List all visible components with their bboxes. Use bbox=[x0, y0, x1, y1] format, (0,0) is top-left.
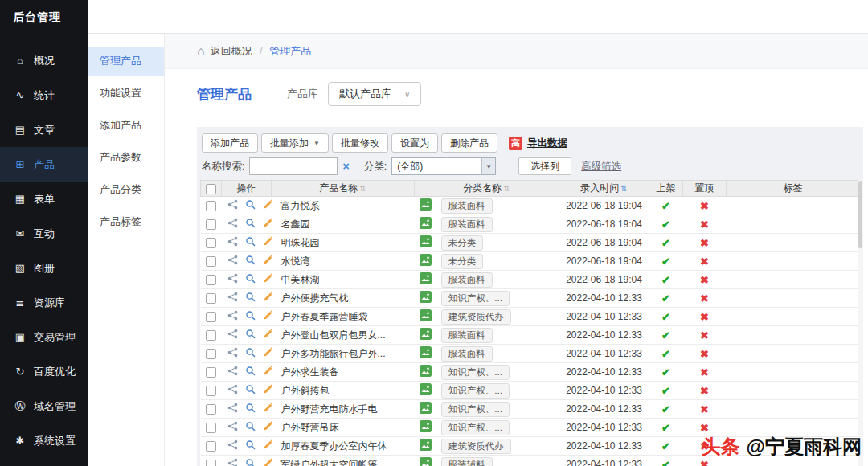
preview-icon[interactable] bbox=[245, 347, 256, 360]
edit-icon[interactable] bbox=[263, 273, 271, 286]
set-as-button[interactable]: 设置为 bbox=[391, 133, 438, 153]
header-category-name[interactable]: 分类名称⇅ bbox=[415, 181, 559, 197]
product-name[interactable]: 名鑫园 bbox=[281, 219, 310, 230]
product-name[interactable]: 户外便携充气枕 bbox=[281, 292, 349, 304]
top-status-icon[interactable]: ✖ bbox=[700, 385, 709, 397]
top-status-icon[interactable]: ✖ bbox=[700, 219, 709, 231]
edit-icon[interactable] bbox=[263, 421, 271, 434]
preview-icon[interactable] bbox=[245, 199, 256, 212]
edit-icon[interactable] bbox=[263, 439, 271, 452]
top-status-icon[interactable]: ✖ bbox=[700, 403, 709, 415]
image-icon[interactable] bbox=[420, 457, 432, 466]
edit-icon[interactable] bbox=[263, 329, 271, 341]
header-product-name[interactable]: 产品名称⇅ bbox=[272, 181, 415, 197]
select-all-checkbox[interactable] bbox=[206, 184, 216, 194]
top-status-icon[interactable]: ✖ bbox=[700, 366, 709, 378]
preview-icon[interactable] bbox=[245, 439, 256, 452]
row-checkbox[interactable] bbox=[206, 386, 216, 396]
row-checkbox[interactable] bbox=[206, 312, 216, 322]
edit-icon[interactable] bbox=[263, 384, 271, 397]
share-icon[interactable] bbox=[227, 458, 238, 466]
preview-icon[interactable] bbox=[245, 329, 256, 341]
row-checkbox[interactable] bbox=[206, 219, 216, 230]
add-product-button[interactable]: 添加产品 bbox=[202, 133, 258, 153]
top-status-icon[interactable]: ✖ bbox=[700, 255, 709, 268]
category-select[interactable]: (全部) ▼ bbox=[391, 157, 496, 175]
submenu-item-product-categories[interactable]: 产品分类 bbox=[88, 175, 164, 204]
share-icon[interactable] bbox=[227, 218, 238, 231]
row-checkbox[interactable] bbox=[206, 330, 216, 341]
preview-icon[interactable] bbox=[245, 421, 256, 434]
image-icon[interactable] bbox=[420, 235, 432, 250]
product-name[interactable]: 军绿户外超大空间帐篷 bbox=[281, 459, 378, 466]
share-icon[interactable] bbox=[227, 329, 238, 341]
search-input[interactable] bbox=[249, 157, 338, 175]
share-icon[interactable] bbox=[227, 347, 238, 360]
row-checkbox[interactable] bbox=[206, 441, 216, 452]
share-icon[interactable] bbox=[227, 366, 238, 378]
share-icon[interactable] bbox=[227, 255, 238, 268]
preview-icon[interactable] bbox=[245, 255, 256, 268]
header-entry-date[interactable]: 录入时间⇅ bbox=[559, 181, 649, 197]
sidebar-item-resources[interactable]: ≣ 资源库 bbox=[0, 285, 88, 320]
preview-icon[interactable] bbox=[245, 403, 256, 415]
breadcrumb-back-link[interactable]: 返回概况 bbox=[211, 44, 252, 59]
share-icon[interactable] bbox=[227, 236, 238, 249]
preview-icon[interactable] bbox=[245, 218, 256, 231]
image-icon[interactable] bbox=[420, 402, 432, 416]
listed-status-icon[interactable]: ✔ bbox=[661, 459, 670, 466]
top-status-icon[interactable]: ✖ bbox=[700, 422, 709, 434]
image-icon[interactable] bbox=[420, 439, 432, 453]
listed-status-icon[interactable]: ✔ bbox=[661, 255, 670, 268]
edit-icon[interactable] bbox=[263, 310, 271, 323]
product-name[interactable]: 中美林湖 bbox=[281, 274, 320, 285]
delete-product-button[interactable]: 删除产品 bbox=[441, 133, 497, 153]
submenu-item-product-tags[interactable]: 产品标签 bbox=[88, 207, 164, 236]
scrollbar[interactable] bbox=[858, 180, 863, 466]
top-status-icon[interactable]: ✖ bbox=[700, 311, 709, 323]
image-icon[interactable] bbox=[420, 254, 432, 268]
advanced-filter-link[interactable]: 高级筛选 bbox=[581, 160, 621, 174]
submenu-item-manage-products[interactable]: 管理产品 bbox=[88, 47, 164, 76]
image-icon[interactable] bbox=[420, 272, 432, 287]
share-icon[interactable] bbox=[227, 310, 238, 323]
row-checkbox[interactable] bbox=[206, 256, 216, 267]
row-checkbox[interactable] bbox=[206, 293, 216, 304]
listed-status-icon[interactable]: ✔ bbox=[661, 274, 670, 286]
product-name[interactable]: 水悦湾 bbox=[281, 255, 310, 267]
product-name[interactable]: 户外野营吊床 bbox=[281, 422, 339, 433]
listed-status-icon[interactable]: ✔ bbox=[661, 385, 670, 397]
row-checkbox[interactable] bbox=[206, 460, 216, 466]
edit-icon[interactable] bbox=[263, 255, 271, 268]
preview-icon[interactable] bbox=[245, 310, 256, 323]
product-name[interactable]: 户外多功能旅行包户外... bbox=[281, 348, 386, 359]
share-icon[interactable] bbox=[227, 199, 238, 212]
image-icon[interactable] bbox=[420, 328, 432, 342]
preview-icon[interactable] bbox=[245, 273, 256, 286]
product-name[interactable]: 户外斜挎包 bbox=[281, 385, 330, 396]
share-icon[interactable] bbox=[227, 403, 238, 415]
preview-icon[interactable] bbox=[245, 366, 256, 378]
top-status-icon[interactable]: ✖ bbox=[700, 329, 709, 341]
edit-icon[interactable] bbox=[263, 292, 271, 305]
sidebar-item-settings[interactable]: ✱ 系统设置 bbox=[0, 423, 88, 458]
listed-status-icon[interactable]: ✔ bbox=[661, 329, 670, 341]
sidebar-item-trade[interactable]: ▣ 交易管理 bbox=[0, 320, 88, 354]
sort-icon[interactable]: ⇅ bbox=[359, 184, 366, 193]
image-icon[interactable] bbox=[420, 420, 432, 435]
listed-status-icon[interactable]: ✔ bbox=[661, 348, 670, 360]
share-icon[interactable] bbox=[227, 439, 238, 452]
sidebar-item-products[interactable]: ⊞ 产品 bbox=[0, 147, 88, 182]
product-name[interactable]: 户外求生装备 bbox=[281, 366, 339, 378]
listed-status-icon[interactable]: ✔ bbox=[661, 200, 670, 212]
image-icon[interactable] bbox=[420, 309, 432, 324]
row-checkbox[interactable] bbox=[206, 423, 216, 433]
edit-icon[interactable] bbox=[263, 403, 271, 415]
product-name[interactable]: 户外登山包双肩包男女... bbox=[281, 329, 386, 341]
export-data-button[interactable]: 高 导出数据 bbox=[509, 137, 567, 150]
product-name[interactable]: 明珠花园 bbox=[281, 237, 320, 248]
image-icon[interactable] bbox=[420, 198, 432, 213]
preview-icon[interactable] bbox=[245, 292, 256, 305]
sidebar-item-articles[interactable]: ▤ 文章 bbox=[0, 112, 88, 147]
top-status-icon[interactable]: ✖ bbox=[700, 348, 709, 360]
